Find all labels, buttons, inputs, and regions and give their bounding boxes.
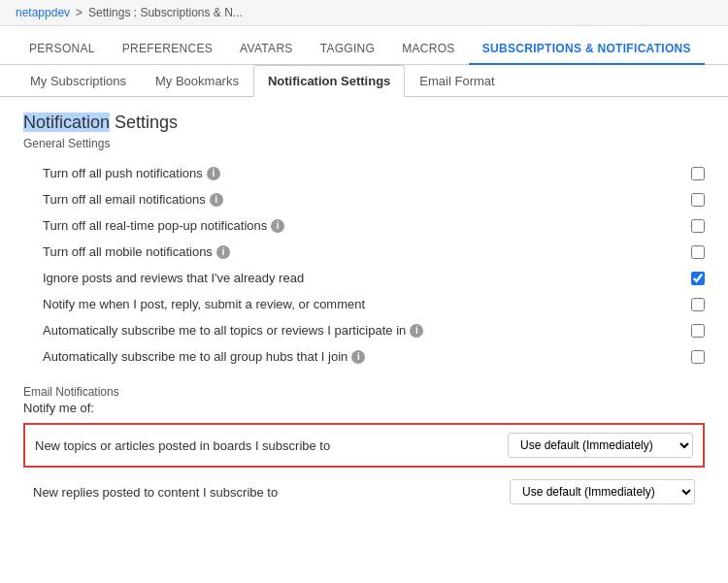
setting-label-mobile: Turn off all mobile notificationsi <box>43 244 230 259</box>
main-tab-personal[interactable]: PERSONAL <box>16 34 109 65</box>
setting-text-mobile: Turn off all mobile notifications <box>43 244 213 259</box>
breadcrumb-site[interactable]: netappdev <box>16 6 70 19</box>
email-notification-rows: New topics or articles posted in boards … <box>23 423 705 512</box>
setting-text-ignore: Ignore posts and reviews that I've alrea… <box>43 271 304 285</box>
setting-label-auto-subscribe-groups: Automatically subscribe me to all group … <box>43 349 365 364</box>
checkbox-auto-subscribe-topics[interactable] <box>691 324 705 338</box>
info-icon-email[interactable]: i <box>210 193 223 207</box>
setting-label-push: Turn off all push notificationsi <box>43 166 220 180</box>
sub-tab-notification-settings[interactable]: Notification Settings <box>253 65 405 97</box>
page-title-highlight: Notification <box>23 113 110 132</box>
general-settings-group: Turn off all push notificationsiTurn off… <box>43 160 705 370</box>
checkbox-mobile[interactable] <box>691 245 705 259</box>
checkbox-ignore[interactable] <box>691 272 705 285</box>
checkbox-notify-post[interactable] <box>691 298 705 311</box>
setting-label-email: Turn off all email notificationsi <box>43 192 223 207</box>
email-notifications-label: Email Notifications <box>23 385 705 399</box>
notify-select-new-replies[interactable]: Use default (Immediately)ImmediatelyDail… <box>510 479 695 504</box>
checkbox-realtime[interactable] <box>691 219 705 233</box>
page-title: Notification Settings <box>23 113 705 133</box>
checkbox-email[interactable] <box>691 193 705 207</box>
setting-row-auto-subscribe-groups: Automatically subscribe me to all group … <box>43 343 705 370</box>
notify-me-label: Notify me of: <box>23 401 705 415</box>
checkbox-auto-subscribe-groups[interactable] <box>691 350 705 364</box>
setting-row-mobile: Turn off all mobile notificationsi <box>43 239 705 265</box>
notify-row-label-new-topics: New topics or articles posted in boards … <box>35 438 492 453</box>
setting-text-push: Turn off all push notifications <box>43 166 203 180</box>
notify-row-new-topics: New topics or articles posted in boards … <box>23 423 705 468</box>
general-settings-label: General Settings <box>23 137 705 150</box>
main-tab-avatars[interactable]: AVATARS <box>226 34 307 65</box>
setting-row-realtime: Turn off all real-time pop-up notificati… <box>43 212 705 239</box>
sub-tab-email-format[interactable]: Email Format <box>405 65 509 97</box>
notify-row-new-replies: New replies posted to content I subscrib… <box>23 471 705 512</box>
checkbox-push[interactable] <box>691 167 705 180</box>
setting-label-ignore: Ignore posts and reviews that I've alrea… <box>43 271 304 285</box>
main-tab-preferences[interactable]: PREFERENCES <box>109 34 226 65</box>
breadcrumb-path: Settings : Subscriptions & N... <box>88 6 243 19</box>
content-area: Notification Settings General Settings T… <box>0 97 728 532</box>
main-tabs: PERSONALPREFERENCESAVATARSTAGGINGMACROSS… <box>0 34 728 65</box>
sub-tabs: My SubscriptionsMy BookmarksNotification… <box>0 65 728 97</box>
info-icon-auto-subscribe-topics[interactable]: i <box>410 324 423 338</box>
info-icon-auto-subscribe-groups[interactable]: i <box>351 350 365 364</box>
setting-text-email: Turn off all email notifications <box>43 192 206 207</box>
setting-row-push: Turn off all push notificationsi <box>43 160 705 186</box>
setting-text-auto-subscribe-groups: Automatically subscribe me to all group … <box>43 349 347 364</box>
setting-label-notify-post: Notify me when I post, reply, submit a r… <box>43 297 365 311</box>
setting-label-auto-subscribe-topics: Automatically subscribe me to all topics… <box>43 323 423 338</box>
main-tab-tagging[interactable]: TAGGING <box>307 34 389 65</box>
notify-select-new-topics[interactable]: Use default (Immediately)ImmediatelyDail… <box>508 433 693 458</box>
main-tab-macros[interactable]: MACROS <box>388 34 468 65</box>
breadcrumb-separator: > <box>76 6 83 19</box>
setting-row-email: Turn off all email notificationsi <box>43 186 705 212</box>
setting-row-notify-post: Notify me when I post, reply, submit a r… <box>43 291 705 317</box>
setting-label-realtime: Turn off all real-time pop-up notificati… <box>43 218 284 233</box>
info-icon-realtime[interactable]: i <box>271 219 284 233</box>
page-title-suffix: Settings <box>110 113 178 132</box>
setting-row-ignore: Ignore posts and reviews that I've alrea… <box>43 265 705 291</box>
sub-tab-my-bookmarks[interactable]: My Bookmarks <box>141 65 253 97</box>
sub-tab-my-subscriptions[interactable]: My Subscriptions <box>16 65 141 97</box>
setting-row-auto-subscribe-topics: Automatically subscribe me to all topics… <box>43 317 705 343</box>
info-icon-push[interactable]: i <box>207 167 220 180</box>
setting-text-realtime: Turn off all real-time pop-up notificati… <box>43 218 267 233</box>
setting-text-auto-subscribe-topics: Automatically subscribe me to all topics… <box>43 323 406 338</box>
setting-text-notify-post: Notify me when I post, reply, submit a r… <box>43 297 365 311</box>
notify-row-label-new-replies: New replies posted to content I subscrib… <box>33 485 494 500</box>
main-tab-subscriptions[interactable]: SUBSCRIPTIONS & NOTIFICATIONS <box>469 34 705 65</box>
breadcrumb: netappdev > Settings : Subscriptions & N… <box>0 0 728 26</box>
info-icon-mobile[interactable]: i <box>216 245 230 259</box>
